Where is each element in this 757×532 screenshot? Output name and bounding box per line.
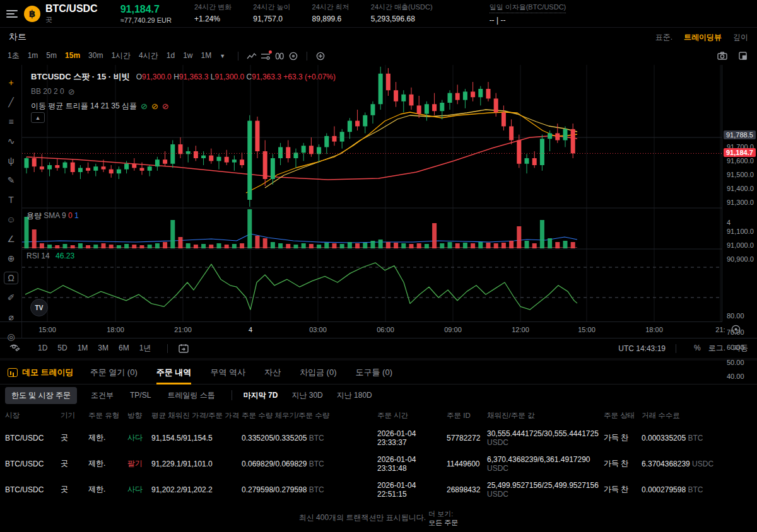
fib-lines-icon[interactable]: ≡ [0,112,22,131]
orders-panel: 데모 트레이딩 주문 열기 (0)주문 내역무역 역사자산차입금 (0)도구들 … [0,358,757,532]
timeframe-1w[interactable]: 1w [183,51,192,60]
top-header: ฿ BTC/USDC 곳 91,184.7 ≈77,740.29 EUR 24시… [0,0,757,28]
range-tab-1년[interactable]: 1년 [139,344,151,352]
chart-view-tab[interactable]: 표준. [655,32,672,43]
time-axis[interactable]: 15:0018:0021:00403:0006:0009:0012:0015:0… [0,321,722,338]
period-tab[interactable]: 지난 180D [337,390,372,401]
pencil-icon[interactable]: ✐ [0,287,22,307]
value-cell: 25,499.9527156/25,499.9527156 USDC [487,481,604,499]
timeframe-1m[interactable]: 1m [28,51,38,60]
range-tab-5D[interactable]: 5D [57,344,67,352]
time-axis-label: 12:00 [512,326,529,333]
magnet-icon[interactable]: Ω [0,268,22,287]
bb-hidden-icon[interactable]: ⊘ [68,87,75,96]
price-axis-label: 91,500.0 [727,171,754,178]
trend-line-icon[interactable]: ╱ [0,92,22,112]
panel-tab[interactable]: 무역 역사 [210,361,245,385]
crosshair-icon[interactable]: + [0,72,22,92]
text-icon[interactable]: T [0,190,22,209]
measure-icon[interactable]: ∠ [0,229,22,248]
column-header: 기기 [61,411,88,420]
header-stat: 24시간 변화+1.24% [194,3,232,25]
price-cell: 91,202.2/91,202.2 [151,485,242,494]
value-cell: 30,555.4441725/30,555.4441725 USDC [487,429,604,447]
order-subtab[interactable]: 조건부 [91,390,114,401]
panel-tab[interactable]: 주문 열기 (0) [90,361,138,385]
pattern-icon[interactable]: ∿ [0,131,22,151]
compare-icon[interactable] [273,50,286,62]
menu-icon[interactable] [6,8,18,20]
pitchfork-icon[interactable]: ψ [0,151,22,170]
utc-clock[interactable]: UTC 14:43:19 [618,344,666,353]
timeframe-1M[interactable]: 1M [201,51,211,60]
column-header: 시장 [5,411,61,420]
fullscreen-icon[interactable] [736,50,749,62]
qty-cell: 0.279598/0.279598 BTC [242,485,377,494]
ma-indicator-label[interactable]: 이동 평균 트리플 14 21 35 심플 [31,101,137,112]
time-axis-label: 09:00 [444,326,462,333]
chart-view-tab[interactable]: 트레이딩뷰 [684,32,722,43]
symbol-title[interactable]: BTC/USDC [45,3,98,14]
goto-date-calendar-icon[interactable] [177,342,191,355]
timeframe-1시간[interactable]: 1시간 [111,51,131,60]
period-tab[interactable]: 마지막 7D [244,390,278,401]
bb-indicator-label[interactable]: BB 20 2 0 [31,87,64,96]
column-header: 평균 채워진 가격/주문 가격 [151,411,242,420]
column-header: 방향 [127,411,151,420]
order-subtab[interactable]: TP/SL [130,391,151,400]
screenshot-camera-icon[interactable] [715,50,729,62]
panel-tab[interactable]: 차입금 (0) [300,361,337,385]
order-subtab[interactable]: 한도 및 시장 주문 [5,387,77,404]
range-tab-6M[interactable]: 6M [119,344,129,352]
all-orders-link[interactable]: 모든 주문 [428,518,458,527]
panel-subtabs: 한도 및 시장 주문조건부TP/SL트레일링 스톱 마지막 7D지난 30D지난… [0,385,757,406]
demo-trading-brand[interactable]: 데모 트레이딩 [8,367,74,378]
order-type-cell: 제한. [88,484,127,495]
timeframe-1d[interactable]: 1d [167,51,175,60]
indicators-icon[interactable] [259,50,273,62]
timeframe-dropdown-icon[interactable]: ▼ [220,53,225,59]
panel-tab[interactable]: 주문 내역 [156,361,192,385]
chart-area[interactable]: +╱≡∿ψ✎T☺∠⊕Ω✐⌀◎ BTCUSDC 스팟 · 15 · 비빗 O91,… [0,65,757,338]
emoji-icon[interactable]: ☺ [0,209,22,229]
time-axis-label: 4 [249,326,252,333]
column-header: 주문 ID [447,411,487,420]
column-header: 주문 유형 [88,411,127,420]
add-alert-icon[interactable] [314,50,327,62]
alert-icon[interactable] [286,50,300,62]
scale-control[interactable]: % [694,344,701,352]
timeframe-4시간[interactable]: 4시간 [139,51,158,60]
column-header: 채워진/주문 값 [487,411,604,420]
ma-toggle-green-icon[interactable]: ⊘ [141,101,148,111]
order-subtab[interactable]: 트레일링 스톱 [167,390,214,401]
timeframe-15m[interactable]: 15m [65,51,80,60]
scale-control[interactable]: 로그. [708,344,725,352]
range-tab-1D[interactable]: 1D [38,344,47,352]
brush-icon[interactable]: ✎ [0,170,22,190]
ma-toggle-orange-icon[interactable]: ⊘ [151,101,158,111]
panel-tab[interactable]: 자산 [264,361,281,385]
chart-view-tab[interactable]: 깊이 [733,32,748,43]
scale-reset-icon[interactable] [731,324,741,337]
panel-tabbar: 데모 트레이딩 주문 열기 (0)주문 내역무역 역사자산차입금 (0)도구들 … [0,361,757,385]
tradingview-logo[interactable]: TV [30,299,48,316]
btc-coin-icon: ฿ [24,6,40,22]
timeframe-5m[interactable]: 5m [46,51,57,60]
zoom-in-icon[interactable]: ⊕ [0,248,22,268]
legend-collapse-button[interactable]: ▲ [31,112,45,123]
range-tab-3M[interactable]: 3M [98,344,109,352]
chart-style-icon[interactable] [245,50,259,62]
market-cell: BTC/USDC [5,460,61,468]
period-tab[interactable]: 지난 30D [291,390,322,401]
chart-toolbar: 1초1m5m15m30m1시간4시간1d1w1M ▼ [0,47,757,65]
panel-tab[interactable]: 도구들 (0) [356,361,393,385]
timeframe-1초[interactable]: 1초 [8,51,20,60]
status-cell: 가득 찬 [604,458,642,469]
header-stat: 24시간 최저89,899.6 [312,3,349,25]
timeframe-30m[interactable]: 30m [88,51,103,60]
ma-toggle-red-icon[interactable]: ⊘ [162,101,169,111]
price-axis-label: 91,100.0 [727,228,754,235]
range-tab-1M[interactable]: 1M [78,344,88,352]
legend-symbol[interactable]: BTCUSDC 스팟 · 15 · 비빗 [31,71,130,83]
qty-cell: 0.335205/0.335205 BTC [242,434,377,442]
